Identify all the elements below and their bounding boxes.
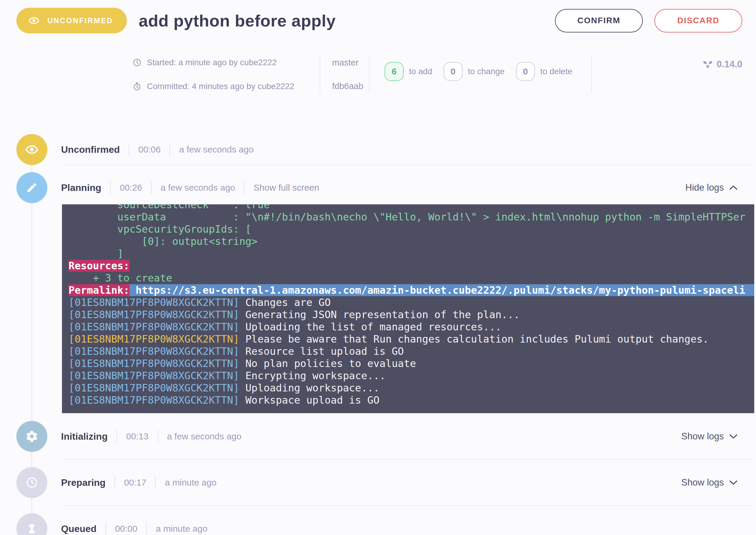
show-logs-toggle[interactable]: Show logs — [681, 431, 738, 442]
stage-row-queued: Queued 00:00 a minute ago — [0, 513, 756, 535]
to-add-label: to add — [409, 67, 432, 76]
stage-row-preparing: Preparing 00:17 a minute ago Show logs — [0, 467, 756, 498]
stage-duration: 00:17 — [124, 477, 146, 488]
divider — [114, 476, 115, 489]
stage-duration: 00:26 — [120, 183, 142, 193]
change-counts: 6 to add 0 to change 0 to delete — [370, 52, 591, 91]
version-text: 0.14.0 — [717, 59, 742, 70]
stage-duration: 00:13 — [126, 431, 148, 441]
run-header: UNCONFIRMED add python before apply CONF… — [16, 8, 742, 33]
discard-button[interactable]: DISCARD — [655, 9, 742, 33]
terminal-log[interactable]: sourceDestCheck : true userData : "\n#!/… — [62, 204, 754, 413]
tool-version: 0.14.0 — [702, 59, 742, 70]
planning-stage-icon — [16, 172, 47, 203]
show-logs-toggle[interactable]: Show logs — [681, 477, 738, 488]
terminal-line: [01ES8NBM17PF8P0W8XGCK2KTTN] Please be a… — [69, 333, 754, 345]
divider — [157, 430, 158, 443]
terminal-line: Permalink: https://s3.eu-central-1.amazo… — [69, 284, 754, 296]
started-row: Started: a minute ago by cube2222 — [132, 58, 320, 67]
chevron-up-icon — [729, 185, 738, 190]
to-delete-label: to delete — [540, 67, 572, 76]
stage-name: Preparing — [61, 477, 105, 488]
divider — [170, 143, 170, 156]
to-change-count: 0 — [443, 62, 462, 81]
chevron-down-icon — [729, 480, 738, 485]
status-badge: UNCONFIRMED — [16, 8, 127, 33]
terminal-line: [01ES8NBM17PF8P0W8XGCK2KTTN] Resource li… — [69, 345, 754, 357]
stage-row-initializing: Initializing 00:13 a few seconds ago Sho… — [0, 421, 756, 452]
divider — [61, 505, 754, 506]
stage-row-unconfirmed: Unconfirmed 00:06 a few seconds ago — [0, 134, 756, 165]
terraform-icon — [702, 59, 713, 70]
git-info: master fdb6aab — [320, 55, 369, 94]
unconfirmed-stage-icon — [16, 134, 47, 165]
terminal-line: [01ES8NBM17PF8P0W8XGCK2KTTN] Uploading t… — [69, 321, 754, 333]
hide-logs-label: Hide logs — [686, 182, 724, 193]
queued-stage-icon — [16, 513, 47, 535]
clock-icon — [132, 58, 142, 67]
stage-duration: 00:00 — [115, 524, 137, 534]
committed-row: Committed: 4 minutes ago by cube2222 — [132, 82, 320, 91]
divider — [61, 459, 754, 460]
divider — [244, 181, 244, 194]
stage-duration: 00:06 — [138, 145, 160, 155]
chevron-down-icon — [729, 434, 738, 439]
terminal-line: [01ES8NBM17PF8P0W8XGCK2KTTN] Changes are… — [69, 296, 754, 309]
to-change-label: to change — [468, 67, 505, 76]
initializing-stage-icon — [16, 421, 47, 452]
terminal-line: sourceDestCheck : true — [69, 204, 754, 211]
divider — [105, 522, 106, 535]
commit-hash: fdb6aab — [332, 81, 369, 91]
terminal-line: [01ES8NBM17PF8P0W8XGCK2KTTN] Encrypting … — [69, 370, 754, 382]
confirm-button[interactable]: CONFIRM — [555, 9, 643, 33]
show-logs-label: Show logs — [681, 477, 724, 488]
divider — [591, 55, 592, 94]
eye-icon — [25, 143, 39, 156]
pencil-icon — [26, 182, 38, 194]
terminal-line: Resources: — [69, 260, 754, 272]
terminal-line: + 3 to create — [69, 272, 754, 284]
committed-text: Committed: 4 minutes ago by cube2222 — [147, 82, 294, 91]
terminal-line: [01ES8NBM17PF8P0W8XGCK2KTTN] Workspace u… — [69, 394, 754, 406]
stage-timestamp: a few seconds ago — [179, 145, 254, 155]
stage-timestamp: a few seconds ago — [167, 431, 241, 441]
divider — [117, 430, 117, 443]
show-logs-label: Show logs — [681, 431, 724, 442]
started-text: Started: a minute ago by cube2222 — [147, 58, 277, 67]
hourglass-icon — [26, 523, 38, 535]
stage-name: Initializing — [61, 431, 107, 442]
run-meta-times: Started: a minute ago by cube2222 Commit… — [132, 55, 320, 94]
show-full-screen-link[interactable]: Show full screen — [254, 183, 319, 193]
terminal-line: [01ES8NBM17PF8P0W8XGCK2KTTN] No plan pol… — [69, 357, 754, 370]
gear-icon — [25, 430, 39, 443]
hide-logs-toggle[interactable]: Hide logs — [686, 182, 738, 193]
preparing-stage-icon — [16, 467, 47, 498]
to-add-count: 6 — [384, 62, 404, 81]
page-title: add python before apply — [139, 11, 336, 30]
stopwatch-icon — [132, 82, 142, 91]
terminal-line: vpcSecurityGroupIds: [ — [69, 223, 754, 235]
terminal-line: [01ES8NBM17PF8P0W8XGCK2KTTN] Uploading w… — [69, 382, 754, 394]
divider — [151, 181, 152, 194]
status-badge-label: UNCONFIRMED — [47, 16, 113, 25]
stage-name: Unconfirmed — [61, 144, 120, 155]
stage-name: Queued — [61, 523, 97, 534]
divider — [110, 181, 111, 194]
run-actions: CONFIRM DISCARD — [555, 9, 742, 33]
terminal-line: [0]: output<string> — [69, 235, 754, 247]
divider — [129, 143, 129, 156]
terminal-line: [01ES8NBM17PF8P0W8XGCK2KTTN] Generating … — [69, 309, 754, 321]
eye-icon — [28, 15, 40, 26]
stage-timestamp: a minute ago — [165, 477, 216, 488]
terminal-line: ] — [69, 247, 754, 260]
divider — [155, 476, 156, 489]
clock-icon — [25, 476, 39, 489]
branch-name: master — [332, 58, 369, 68]
stage-timestamp: a few seconds ago — [160, 183, 235, 193]
divider — [146, 522, 147, 535]
stage-timestamp: a minute ago — [156, 524, 207, 534]
run-meta: Started: a minute ago by cube2222 Commit… — [132, 55, 742, 94]
stage-row-planning: Planning 00:26 a few seconds ago Show fu… — [0, 172, 756, 203]
terminal-line: userData : "\n#!/bin/bash\necho \"Hello,… — [69, 211, 754, 223]
stage-name: Planning — [61, 182, 101, 193]
